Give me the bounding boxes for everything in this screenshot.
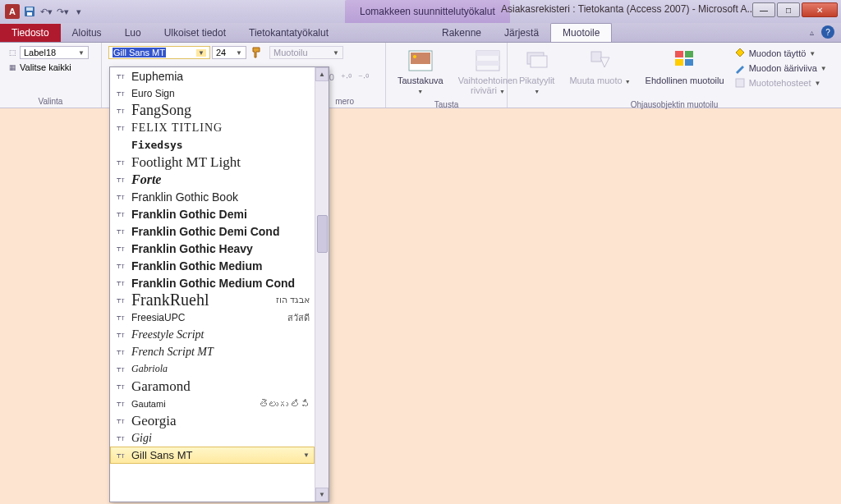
- truetype-icon: ᴛт: [115, 433, 126, 443]
- shape-fill-button[interactable]: Muodon täyttö ▼: [734, 48, 827, 59]
- font-name-combo[interactable]: Gill Sans MT ▼: [108, 46, 210, 59]
- font-option[interactable]: ᴛтFranklin Gothic Book: [110, 188, 315, 205]
- undo-icon[interactable]: ↶▾: [39, 5, 53, 18]
- truetype-icon: ᴛт: [115, 451, 126, 460]
- truetype-icon: ᴛт: [115, 296, 126, 305]
- quick-styles-button[interactable]: Pikatyylit▼: [514, 46, 559, 99]
- font-option[interactable]: ᴛтFranklin Gothic Heavy: [110, 240, 315, 257]
- quick-access-toolbar: A ↶▾ ↷▾ ▾: [0, 4, 85, 19]
- minimize-ribbon-icon[interactable]: ▵: [805, 25, 818, 39]
- font-option-name: Franklin Gothic Medium Cond: [131, 277, 295, 290]
- redo-icon[interactable]: ↷▾: [56, 5, 69, 18]
- decrease-decimal-icon[interactable]: ⁻·⁰: [358, 72, 369, 83]
- group-label-selection: Valinta: [7, 97, 94, 106]
- font-sample-text: తెలుగు లిపి: [260, 399, 310, 409]
- conditional-format-icon: [672, 48, 698, 74]
- pencil-icon: [734, 62, 746, 74]
- font-option[interactable]: ᴛтFreestyle Script: [110, 326, 315, 343]
- font-option-name: FrankRuehl: [131, 291, 209, 309]
- ribbon-group-background: Taustakuva▼ Vaihtoehtoinen riviväri ▼ Ta…: [386, 43, 508, 108]
- font-option[interactable]: ᴛтFELIX TITLING: [110, 119, 315, 136]
- font-option[interactable]: ᴛтGill Sans MT▼: [110, 447, 315, 464]
- truetype-icon: ᴛт: [115, 209, 126, 219]
- qat-customize-icon[interactable]: ▾: [72, 5, 85, 18]
- font-size-combo[interactable]: 24▼: [212, 46, 246, 59]
- font-option-name: Franklin Gothic Demi Cond: [131, 225, 279, 238]
- bucket-icon: [734, 48, 746, 59]
- tab-file[interactable]: Tiedosto: [0, 24, 61, 42]
- svg-rect-14: [675, 59, 683, 66]
- font-option[interactable]: ᴛтFangSong: [110, 102, 315, 119]
- tab-create[interactable]: Luo: [113, 24, 153, 42]
- font-option[interactable]: ᴛтFrankRuehlאבגד הוז: [110, 291, 315, 309]
- font-option[interactable]: ᴛтFootlight MT Light: [110, 153, 315, 171]
- scroll-down-button[interactable]: ▼: [315, 488, 329, 502]
- tab-arrange[interactable]: Järjestä: [493, 24, 550, 42]
- truetype-icon: ᴛт: [115, 175, 126, 185]
- font-option[interactable]: ᴛтGabriola: [110, 360, 315, 378]
- font-option[interactable]: ᴛтGautamiతెలుగు లిపి: [110, 395, 315, 412]
- font-option[interactable]: ᴛтForte: [110, 171, 315, 188]
- font-option-name: Fixedsys: [131, 139, 183, 151]
- svg-rect-12: [675, 51, 683, 57]
- contextual-tab-title: Lomakkeen suunnittelutyökalut: [345, 0, 510, 23]
- svg-rect-2: [27, 12, 32, 16]
- svg-rect-4: [411, 53, 430, 64]
- number-format-combo[interactable]: Muotoilu▼: [269, 46, 343, 59]
- font-option[interactable]: Fixedsys: [110, 136, 315, 153]
- svg-point-5: [413, 55, 416, 58]
- increase-decimal-icon[interactable]: ⁺·⁰: [341, 72, 352, 83]
- shape-outline-button[interactable]: Muodon ääriviiva ▼: [734, 62, 827, 74]
- truetype-icon: ᴛт: [115, 158, 126, 167]
- font-option[interactable]: ᴛтFranklin Gothic Medium: [110, 257, 315, 274]
- font-sample-text: אבגד הוז: [276, 295, 310, 305]
- font-option[interactable]: ᴛтGeorgia: [110, 412, 315, 429]
- tab-format[interactable]: Muotoile: [550, 23, 612, 42]
- close-button[interactable]: ✕: [802, 2, 838, 17]
- font-option-name: Franklin Gothic Medium: [131, 259, 262, 273]
- svg-rect-10: [531, 56, 547, 67]
- truetype-icon: ᴛт: [115, 313, 126, 323]
- scroll-thumb[interactable]: [317, 215, 328, 253]
- font-option[interactable]: ᴛтFranklin Gothic Demi: [110, 205, 315, 222]
- format-painter-icon[interactable]: [251, 46, 264, 59]
- minimize-button[interactable]: —: [752, 2, 775, 17]
- truetype-icon: ᴛт: [115, 123, 126, 133]
- app-icon[interactable]: A: [5, 4, 20, 19]
- tab-external-data[interactable]: Ulkoiset tiedot: [153, 24, 237, 42]
- window-controls: — □ ✕: [752, 2, 838, 17]
- tab-design[interactable]: Rakenne: [430, 24, 493, 42]
- maximize-button[interactable]: □: [777, 2, 800, 17]
- tab-home[interactable]: Aloitus: [61, 24, 113, 42]
- font-option-name: Euro Sign: [131, 88, 175, 99]
- font-option[interactable]: ᴛтEuphemia: [110, 67, 315, 85]
- svg-rect-15: [685, 59, 693, 66]
- font-option-name: Franklin Gothic Heavy: [131, 242, 253, 255]
- background-image-button[interactable]: Taustakuva▼: [393, 46, 448, 99]
- scroll-up-button[interactable]: ▲: [315, 67, 329, 81]
- object-selector[interactable]: Label18▼: [20, 46, 89, 59]
- svg-rect-11: [591, 52, 601, 62]
- font-option[interactable]: ᴛтFranklin Gothic Medium Cond: [110, 274, 315, 291]
- font-dropdown-list: ᴛтEuphemiaᴛтEuro SignᴛтFangSongᴛтFELIX T…: [109, 66, 329, 502]
- font-option[interactable]: ᴛтFreesiaUPCสวัสดี: [110, 309, 315, 326]
- save-icon[interactable]: [23, 5, 36, 18]
- font-option[interactable]: ᴛтGigi: [110, 429, 315, 447]
- truetype-icon: ᴛт: [115, 106, 126, 116]
- select-all-button[interactable]: ▦ Valitse kaikki: [7, 62, 94, 72]
- tab-database-tools[interactable]: Tietokantatyökalut: [237, 24, 340, 42]
- font-option[interactable]: ᴛтEuro Sign: [110, 85, 315, 102]
- shape-effects-button[interactable]: Muototehosteet ▼: [734, 77, 827, 89]
- help-icon[interactable]: ?: [821, 25, 834, 39]
- font-option[interactable]: ᴛтFrench Script MT: [110, 343, 315, 360]
- truetype-icon: ᴛт: [115, 244, 126, 254]
- change-shape-button[interactable]: Muuta muoto ▼: [564, 46, 635, 89]
- font-list[interactable]: ᴛтEuphemiaᴛтEuro SignᴛтFangSongᴛтFELIX T…: [110, 67, 315, 502]
- truetype-icon: ᴛт: [115, 71, 126, 81]
- truetype-icon: ᴛт: [115, 416, 126, 426]
- font-option[interactable]: ᴛтFranklin Gothic Demi Cond: [110, 222, 315, 240]
- font-option[interactable]: ᴛтGaramond: [110, 378, 315, 395]
- truetype-icon: ᴛт: [115, 382, 126, 392]
- conditional-format-button[interactable]: Ehdollinen muotoilu: [641, 46, 729, 87]
- font-option-name: FreesiaUPC: [131, 312, 185, 323]
